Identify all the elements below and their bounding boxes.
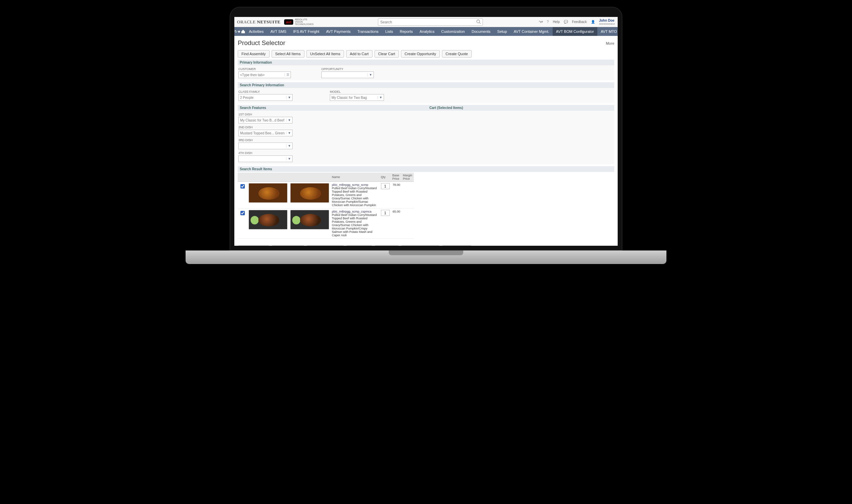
- select-all-button[interactable]: Select All Items: [271, 246, 304, 246]
- unselect-all-button[interactable]: UnSelect All Items: [306, 246, 344, 246]
- nav-setup[interactable]: Setup: [494, 27, 510, 36]
- class-family-label: CLASS FAMILY: [238, 90, 292, 93]
- search-icon[interactable]: [476, 19, 481, 24]
- base-price: 65.00: [391, 209, 402, 239]
- class-family-select[interactable]: [239, 96, 286, 100]
- laptop-shadow: [192, 265, 660, 275]
- opportunity-label: OPPORTUNITY: [321, 67, 374, 71]
- home-icon[interactable]: [241, 29, 246, 34]
- find-assembly-button[interactable]: Find Assembly: [238, 246, 269, 246]
- app-header: ORACLE NETSUITE avt ABSOLUTEVISIONTECHNO…: [234, 17, 618, 27]
- clear-cart-button[interactable]: Clear Cart: [374, 246, 399, 246]
- results-table: Name Qty Base Price Margin Price pbic_mt…: [238, 173, 414, 239]
- dish2-select[interactable]: [239, 131, 286, 135]
- add-to-cart-button[interactable]: Add to Cart: [346, 50, 373, 57]
- margin-price: [402, 182, 414, 209]
- dish4-label: 4TH DISH: [238, 151, 292, 155]
- chevron-down-icon[interactable]: ▼: [286, 144, 292, 148]
- row-name: pbic_mtbrpgg_scmp_cspmcaPulled Beef Indi…: [331, 209, 379, 239]
- history-icon[interactable]: ↻: [234, 30, 237, 34]
- laptop-base: [185, 251, 667, 264]
- col-base-price: Base Price: [391, 173, 402, 182]
- avt-logo: avt ABSOLUTEVISIONTECHNOLOGIES: [284, 18, 314, 25]
- feedback-icon[interactable]: 💬: [564, 20, 568, 24]
- nav-lists[interactable]: Lists: [382, 27, 396, 36]
- qty-input[interactable]: [381, 183, 390, 189]
- create-quote-button[interactable]: Create Quote: [442, 50, 472, 57]
- nav-activities[interactable]: Activities: [246, 27, 267, 36]
- col-margin-price: Margin Price: [402, 173, 414, 182]
- table-row: pbic_mtbrpgg_scmp_cspmcaPulled Beef Indi…: [238, 209, 414, 239]
- toolbar-bottom: Find Assembly Select All Items UnSelect …: [238, 246, 614, 246]
- customer-input[interactable]: [239, 73, 284, 77]
- chevron-down-icon[interactable]: ▼: [286, 157, 292, 160]
- find-assembly-button[interactable]: Find Assembly: [238, 50, 269, 57]
- dish1-label: 1ST DISH: [238, 113, 292, 116]
- dish2-label: 2ND DISH: [238, 126, 292, 129]
- dish4-select[interactable]: [239, 157, 286, 161]
- nav-avt-container[interactable]: AVT Container Mgmt.: [510, 27, 553, 36]
- chevron-down-icon[interactable]: ▼: [286, 96, 292, 99]
- nav-customization[interactable]: Customization: [438, 27, 468, 36]
- unselect-all-button[interactable]: UnSelect All Items: [306, 50, 344, 57]
- nav-ifs-avt-freight[interactable]: IFS AVT Freight: [290, 27, 323, 36]
- model-select[interactable]: [330, 96, 377, 100]
- row-checkbox[interactable]: [241, 211, 245, 215]
- more-link[interactable]: More: [606, 41, 614, 46]
- create-opportunity-button[interactable]: Create Opportunity: [401, 246, 440, 246]
- help-link[interactable]: Help: [553, 20, 560, 24]
- nav-transactions[interactable]: Transactions: [354, 27, 382, 36]
- model-label: MODEL: [330, 90, 384, 93]
- language-icon[interactable]: ᴬ⇄: [539, 20, 543, 24]
- margin-price: [402, 209, 414, 239]
- section-search-results: Search Result Items: [238, 166, 614, 172]
- customer-label: CUSTOMER: [238, 67, 291, 71]
- oracle-netsuite-logo: ORACLE NETSUITE: [237, 19, 281, 25]
- select-all-button[interactable]: Select All Items: [271, 50, 304, 57]
- search-input[interactable]: [378, 18, 483, 26]
- nav-avt-payments[interactable]: AVT Payments: [323, 27, 354, 36]
- svg-line-1: [479, 22, 481, 24]
- col-name: Name: [331, 173, 379, 182]
- user-name: John Doe: [599, 19, 615, 22]
- user-role: Administrator: [599, 22, 615, 25]
- product-image: [290, 183, 329, 203]
- nav-avt-mto-configurator[interactable]: AVT MTO Configurator: [597, 27, 618, 36]
- section-primary-info: Primary Information: [238, 59, 614, 65]
- section-features-cart: Search Features Cart (Selected Items): [238, 105, 614, 111]
- row-checkbox[interactable]: [241, 184, 245, 188]
- create-quote-button[interactable]: Create Quote: [442, 246, 472, 246]
- opportunity-input[interactable]: [322, 73, 368, 77]
- favorite-icon[interactable]: ★: [237, 30, 241, 34]
- create-opportunity-button[interactable]: Create Opportunity: [401, 50, 440, 57]
- base-price: 78.00: [391, 182, 402, 209]
- dish3-label: 3RD DISH: [238, 139, 292, 142]
- table-row: pbic_mtbrpgg_scmp_scmpPulled Beef Indian…: [238, 182, 414, 209]
- nav-documents[interactable]: Documents: [468, 27, 494, 36]
- nav-analytics[interactable]: Analytics: [416, 27, 438, 36]
- dish1-select[interactable]: [239, 119, 286, 122]
- chevron-down-icon[interactable]: ▼: [286, 119, 292, 122]
- page-title: Product Selector: [238, 39, 285, 47]
- customer-picker-icon[interactable]: ☰: [284, 73, 290, 76]
- product-image: [249, 210, 287, 230]
- feedback-link[interactable]: Feedback: [572, 20, 587, 24]
- nav-avt-bom-configurator[interactable]: AVT BOM Configurator: [553, 27, 597, 36]
- toolbar-top: Find Assembly Select All Items UnSelect …: [238, 50, 614, 57]
- qty-input[interactable]: [381, 210, 390, 216]
- product-image: [249, 183, 287, 203]
- add-to-cart-button[interactable]: Add to Cart: [346, 246, 373, 246]
- col-qty: Qty: [379, 173, 391, 182]
- nav-reports[interactable]: Reports: [396, 27, 416, 36]
- row-name: pbic_mtbrpgg_scmp_scmpPulled Beef Indian…: [331, 182, 379, 209]
- main-nav: ↻ ★ Activities AVT SMS IFS AVT Freight A…: [234, 27, 618, 36]
- help-icon[interactable]: ?: [547, 20, 549, 24]
- global-search: [378, 18, 483, 26]
- clear-cart-button[interactable]: Clear Cart: [374, 50, 399, 57]
- dish3-select[interactable]: [239, 144, 286, 148]
- chevron-down-icon[interactable]: ▼: [286, 131, 292, 135]
- nav-avt-sms[interactable]: AVT SMS: [267, 27, 289, 36]
- chevron-down-icon[interactable]: ▼: [377, 96, 384, 99]
- chevron-down-icon[interactable]: ▼: [368, 73, 373, 76]
- user-menu[interactable]: John Doe Administrator: [599, 19, 615, 25]
